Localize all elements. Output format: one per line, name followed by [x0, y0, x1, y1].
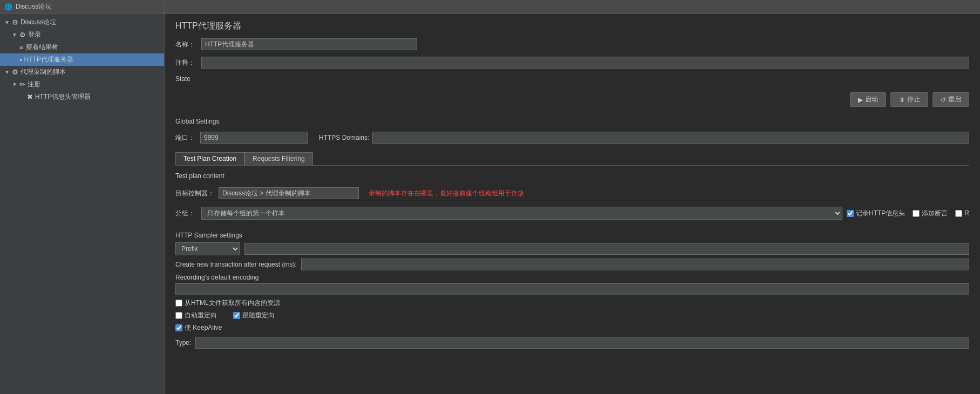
cross-icon: ✖ — [27, 93, 33, 101]
tab-test-plan[interactable]: Test Plan Creation — [175, 152, 244, 165]
name-input[interactable] — [201, 38, 417, 50]
encoding-section: Recording's default encoding — [175, 274, 969, 295]
sidebar-label-login: 登录 — [28, 30, 41, 39]
sidebar-title: Discuss论坛 — [16, 2, 51, 11]
cb-auto-redirect[interactable]: 自动重定向 — [175, 311, 217, 320]
https-label: HTTPS Domains: — [319, 134, 369, 141]
type-label: Type: — [175, 339, 191, 347]
https-row: HTTPS Domains: — [319, 132, 969, 144]
port-label: 端口： — [175, 133, 197, 142]
prefix-row: Prefix Name Number — [175, 242, 969, 255]
cb-row-1: 从HTML文件获取所有内含的资源 — [175, 298, 969, 308]
start-button[interactable]: ▶ 启动 — [850, 92, 886, 107]
sidebar-item-register[interactable]: ▼ ✏ 注册 — [0, 78, 164, 91]
expand-icon: ▼ — [12, 32, 17, 38]
cb-add-assertion[interactable]: 添加断言 — [913, 209, 948, 218]
top-toolbar — [165, 0, 980, 14]
sidebar-item-recorded-group[interactable]: ▼ ⚙ 代理录制的脚本 — [0, 66, 164, 78]
cb-row-2: 自动重定向 跟随重定向 — [175, 311, 969, 320]
sidebar-label-http-info: HTTP信息头管理器 — [35, 92, 91, 101]
stop-button[interactable]: ⏸ 停止 — [890, 92, 928, 107]
pencil-icon: ✏ — [19, 80, 25, 89]
annotation-text: 录制的脚本存在在哪里，最好提前建个线程组用于存放 — [369, 189, 524, 198]
sidebar-item-login[interactable]: ▼ ⚙ Discuss论坛 — [0, 16, 164, 29]
cb-r[interactable]: R — [955, 209, 969, 217]
global-settings-header: Global Settings — [175, 118, 969, 125]
sidebar-header: 🌐 Discuss论坛 — [0, 0, 164, 14]
cb-follow-redirect-input[interactable] — [233, 312, 240, 319]
cb-r-input[interactable] — [955, 210, 962, 217]
sampler-section: HTTP Sampler settings Prefix Name Number… — [175, 232, 969, 349]
prefix-value-input[interactable] — [244, 243, 969, 255]
cb-keepalive-input[interactable] — [175, 324, 182, 331]
restart-button[interactable]: ↺ 重启 — [933, 92, 969, 107]
cb-record-http[interactable]: 记录HTTP信息头 — [847, 209, 905, 218]
test-plan-content-label: Test plan content — [175, 172, 969, 180]
sidebar-label-recorded: 代理录制的脚本 — [21, 67, 66, 77]
panel-content: HTTP代理服务器 名称： 注释： State ▶ 启动 ⏸ 停止 ↺ — [165, 14, 980, 394]
sidebar-label-results: 察看结果树 — [26, 43, 58, 52]
gear-icon: ⚙ — [12, 68, 18, 76]
tab-requests-filtering[interactable]: Requests Filtering — [244, 152, 313, 165]
subgroup-row: 分组： 只存储每个组的第一个样本 记录HTTP信息头 添加断言 R — [175, 207, 969, 220]
cb-follow-redirect[interactable]: 跟随重定向 — [233, 311, 275, 320]
cb-add-assertion-input[interactable] — [913, 210, 920, 217]
checkboxes-grid: 从HTML文件获取所有内含的资源 自动重定向 跟随重定向 — [175, 298, 969, 332]
sidebar-item-label: Discuss论坛 — [21, 18, 56, 27]
play-icon: ▶ — [858, 96, 863, 104]
checkbox-row: 记录HTTP信息头 添加断言 R — [847, 209, 969, 218]
gear-icon: ⚙ — [12, 18, 18, 26]
name-label: 名称： — [175, 40, 197, 49]
subgroup-label: 分组： — [175, 209, 197, 218]
expand-icon: ▼ — [12, 81, 17, 87]
transaction-row: Create new transaction after request (ms… — [175, 259, 969, 270]
cb-fetch-resources[interactable]: 从HTML文件获取所有内含的资源 — [175, 298, 280, 308]
cb-keepalive[interactable]: 使 KeepAlive — [175, 323, 222, 332]
comment-input[interactable] — [201, 57, 969, 69]
cb-row-3: 使 KeepAlive — [175, 323, 969, 332]
restart-icon: ↺ — [941, 96, 946, 104]
transaction-input[interactable] — [301, 259, 969, 270]
proxy-icon: ▪ — [19, 56, 22, 64]
sidebar-label-register: 注册 — [28, 80, 40, 89]
cb-fetch-resources-input[interactable] — [175, 300, 182, 307]
https-input[interactable] — [372, 132, 969, 144]
panel-title: HTTP代理服务器 — [175, 21, 969, 32]
expand-icon: ▼ — [4, 19, 10, 25]
name-row: 名称： — [175, 38, 969, 50]
target-controller-row: 目标控制器： 录制的脚本存在在哪里，最好提前建个线程组用于存放 — [175, 187, 969, 199]
results-icon: ≡ — [19, 43, 24, 51]
tabs-bar: Test Plan Creation Requests Filtering — [175, 152, 969, 166]
state-label: State — [175, 75, 197, 83]
cb-record-http-input[interactable] — [847, 210, 854, 217]
discuss-tree-icon: 🌐 — [4, 3, 12, 11]
transaction-label: Create new transaction after request (ms… — [175, 261, 297, 268]
port-row: 端口： — [175, 132, 308, 144]
comment-label: 注释： — [175, 58, 197, 67]
encoding-input[interactable] — [175, 283, 969, 295]
state-row: State — [175, 75, 969, 83]
encoding-label: Recording's default encoding — [175, 274, 969, 281]
global-settings-row: 端口： HTTPS Domains: — [175, 132, 969, 144]
sidebar-tree: ▼ ⚙ Discuss论坛 ▼ ⚙ 登录 ≡ 察看结果树 ▪ HTTP代理服务器… — [0, 14, 164, 105]
target-controller-label: 目标控制器： — [175, 189, 214, 198]
cb-auto-redirect-input[interactable] — [175, 312, 182, 319]
subgroup-select[interactable]: 只存储每个组的第一个样本 — [201, 207, 842, 220]
stop-icon: ⏸ — [899, 96, 905, 104]
state-controls: ▶ 启动 ⏸ 停止 ↺ 重启 — [175, 89, 969, 110]
sidebar-label-proxy: HTTP代理服务器 — [24, 55, 73, 64]
sidebar-item-proxy[interactable]: ▪ HTTP代理服务器 — [0, 53, 164, 66]
prefix-select[interactable]: Prefix Name Number — [175, 242, 240, 255]
sidebar-item-results[interactable]: ≡ 察看结果树 — [0, 41, 164, 53]
type-input[interactable] — [195, 337, 969, 349]
expand-icon: ▼ — [4, 69, 10, 75]
main-panel: HTTP代理服务器 名称： 注释： State ▶ 启动 ⏸ 停止 ↺ — [165, 0, 980, 394]
gear-icon: ⚙ — [19, 31, 26, 39]
sidebar-item-http-info[interactable]: ✖ HTTP信息头管理器 — [0, 91, 164, 103]
sampler-header: HTTP Sampler settings — [175, 232, 969, 239]
sidebar: 🌐 Discuss论坛 ▼ ⚙ Discuss论坛 ▼ ⚙ 登录 ≡ 察看结果树… — [0, 0, 165, 394]
port-input[interactable] — [200, 132, 308, 144]
target-controller-input[interactable] — [219, 187, 359, 199]
comment-row: 注释： — [175, 57, 969, 69]
sidebar-item-login-node[interactable]: ▼ ⚙ 登录 — [0, 29, 164, 41]
